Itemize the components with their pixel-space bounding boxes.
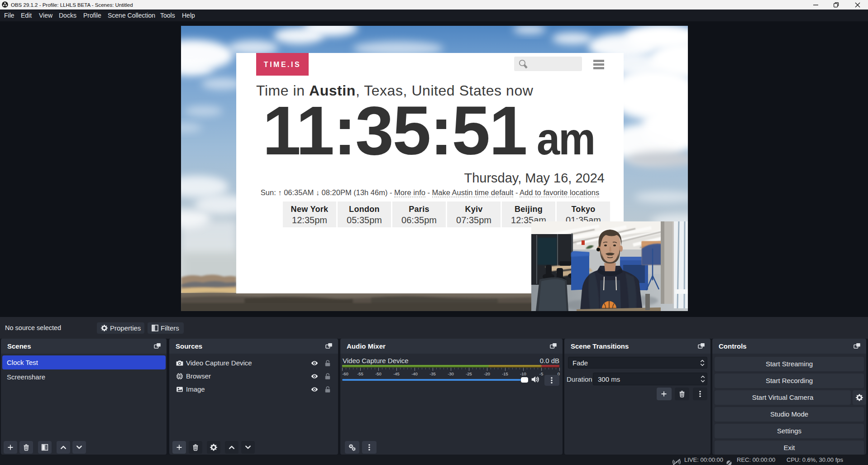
svg-text:-55: -55 [357,371,363,376]
svg-text:-50: -50 [375,371,382,376]
svg-text:-15: -15 [502,371,508,376]
svg-text:-40: -40 [411,371,418,376]
svg-text:-35: -35 [429,371,436,376]
svg-text:-30: -30 [448,371,454,376]
svg-text:-5: -5 [539,371,543,376]
svg-text:-60: -60 [342,371,348,376]
svg-text:-45: -45 [393,371,400,376]
svg-text:-10: -10 [520,371,526,376]
svg-text:-20: -20 [484,371,490,376]
svg-text:-25: -25 [466,371,472,376]
